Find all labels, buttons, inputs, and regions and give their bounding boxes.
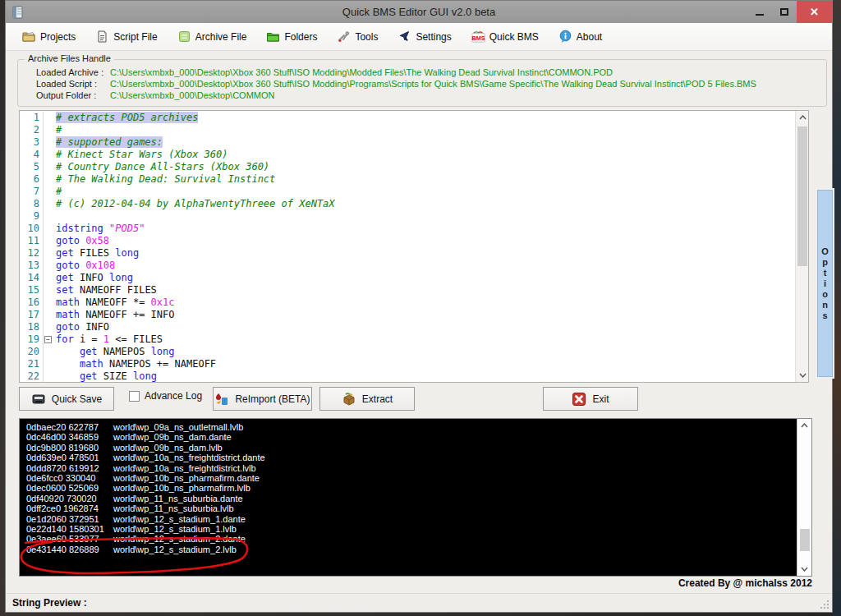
options-panel-tab[interactable]: Options [817,190,833,377]
editor-line[interactable]: 16math NAMEOFF *= 0x1c [20,297,795,309]
editor-line[interactable]: 18goto INFO [20,321,795,333]
reimport-icon [214,392,229,407]
log-output-area[interactable]: 0dbaec20 622787world\wp_09a_ns_outletmal… [20,419,797,576]
fold-margin [43,112,53,124]
fold-margin: − [43,333,53,346]
quick-bms-icon: BMS [471,30,485,44]
code-text: get NAMEPOS long [53,346,795,358]
code-text: goto 0x108 [53,260,795,272]
log-entry: 0dec0600 525069world\wp_10b_ns_pharmafir… [26,483,797,493]
script-editor[interactable]: 1# extracts POD5 archives2#3# supported … [19,110,809,383]
code-text: math NAMEPOS += NAMEOFF [53,358,795,370]
editor-line[interactable]: 12get FILES long [20,247,795,260]
editor-line[interactable]: 4# Kinect Star Wars (Xbox 360) [20,149,795,161]
reimport-button[interactable]: ReImport (BETA) [213,387,312,411]
toolbar-item-script-file[interactable]: Script File [89,26,163,47]
log-file-path: world\wp_12_s_stadium_2.lvlb [113,545,237,554]
editor-line[interactable]: 13goto 0x108 [20,260,795,272]
toolbar-item-projects[interactable]: Projects [16,26,82,47]
editor-line[interactable]: 5# Country Dance All-Stars (Xbox 360) [20,161,795,173]
minimize-button[interactable] [747,1,772,23]
extract-button[interactable]: Extract [319,387,415,411]
editor-line[interactable]: 19−for i = 1 <= FILES [20,333,795,346]
editor-line[interactable]: 10idstring "POD5" [20,223,795,235]
log-file-path: world\wp_09b_ns_dam.lvlb [113,443,223,453]
editor-line[interactable]: 7# [20,186,795,198]
code-text: set NAMEOFF FILES [53,284,795,297]
toolbar-item-quick-bms[interactable]: BMSQuick BMS [465,26,545,47]
toolbar-item-archive-file[interactable]: Archive File [171,26,254,47]
save-icon [31,392,46,407]
toolbar-item-settings[interactable]: Settings [391,26,457,47]
code-text: # [53,124,795,136]
editor-line[interactable]: 22 get SIZE long [20,370,795,382]
options-letter: s [822,310,827,321]
editor-line[interactable]: 6# The Walking Dead: Survival Instinct [20,173,795,186]
options-letter: o [822,289,828,300]
log-offset-size: 0e3aee60 533977 [26,534,113,544]
settings-icon [398,30,411,44]
editor-line[interactable]: 21 math NAMEPOS += NAMEOFF [20,358,795,370]
editor-lines[interactable]: 1# extracts POD5 archives2#3# supported … [20,112,795,382]
fold-margin [43,260,53,272]
fold-margin [43,247,53,260]
log-file-path: world\wp_11_ns_suburbia.lvlb [113,503,234,513]
advance-log-label: Advance Log [145,390,202,402]
code-text [53,210,795,223]
log-offset-size: 0dec0600 525069 [26,483,113,493]
exit-x-icon [572,392,586,407]
toolbar-item-label: About [577,31,602,43]
editor-line[interactable]: 9 [20,210,795,223]
toolbar-item-tools[interactable]: Tools [330,26,384,47]
editor-line[interactable]: 17math NAMEOFF += INFO [20,309,795,321]
line-number: 20 [20,346,43,358]
editor-line[interactable]: 1# extracts POD5 archives [20,112,795,124]
extraction-log[interactable]: 0dbaec20 622787world\wp_09a_ns_outletmal… [19,418,812,577]
editor-scroll-thumb[interactable] [797,126,807,266]
options-letter: p [822,257,828,268]
resize-grip[interactable] [819,599,829,609]
scroll-down-icon[interactable] [797,563,811,576]
advance-log-checkbox[interactable]: Advance Log [129,390,202,402]
log-lines: 0dbaec20 622787world\wp_09a_ns_outletmal… [20,419,797,554]
editor-line[interactable]: 14get INFO long [20,272,795,284]
maximize-button[interactable] [772,1,797,23]
fold-margin [43,309,53,321]
quick-save-button[interactable]: Quick Save [19,387,114,411]
path-value: C:\Users\xmbxb_000\Desktop\COMMON [110,90,275,101]
checkbox-icon[interactable] [129,391,140,402]
editor-line[interactable]: 15set NAMEOFF FILES [20,284,795,297]
code-text: # The Walking Dead: Survival Instinct [53,173,795,186]
fold-collapse-icon[interactable]: − [44,336,52,343]
editor-line[interactable]: 11goto 0x58 [20,235,795,247]
log-offset-size: 0dc46d00 346859 [26,432,113,442]
editor-line[interactable]: 3# supported games: [20,136,795,149]
editor-line[interactable]: 2# [20,124,795,136]
scroll-down-icon[interactable] [796,369,809,382]
about-icon [558,30,572,44]
log-file-path: world\wp_10a_ns_freightdistrict.dante [113,453,265,462]
exit-button[interactable]: Exit [543,387,638,411]
log-entry: 0df40920 730020world\wp_11_ns_suburbia.d… [26,494,797,503]
line-number: 3 [20,136,43,149]
editor-line[interactable]: 20 get NAMEPOS long [20,346,795,358]
toolbar-item-folders[interactable]: Folders [260,26,324,47]
scroll-up-icon[interactable] [796,111,809,124]
app-window: Quick BMS Editor GUI v2.0 beta ✕ Project… [5,0,833,613]
editor-scrollbar[interactable] [795,111,808,382]
log-file-path: world\wp_09a_ns_outletmall.lvlb [113,422,243,432]
log-file-path: world\wp_10a_ns_freightdistrict.lvlb [113,463,256,473]
main-toolbar: ProjectsScript FileArchive FileFoldersTo… [6,23,832,51]
log-scrollbar[interactable] [797,419,811,576]
scroll-up-icon[interactable] [797,419,811,432]
line-number: 5 [20,161,43,173]
options-letter: n [822,300,828,310]
toolbar-item-about[interactable]: About [552,26,609,47]
editor-line[interactable]: 8# (c) 2012-04-04 by AlphaTwentyThreee o… [20,198,795,210]
path-label: Output Folder : [36,90,110,101]
log-scroll-thumb[interactable] [800,529,810,551]
line-number: 11 [20,235,43,247]
close-button[interactable]: ✕ [797,1,832,23]
fold-margin [43,198,53,210]
title-bar[interactable]: Quick BMS Editor GUI v2.0 beta ✕ [6,1,832,23]
